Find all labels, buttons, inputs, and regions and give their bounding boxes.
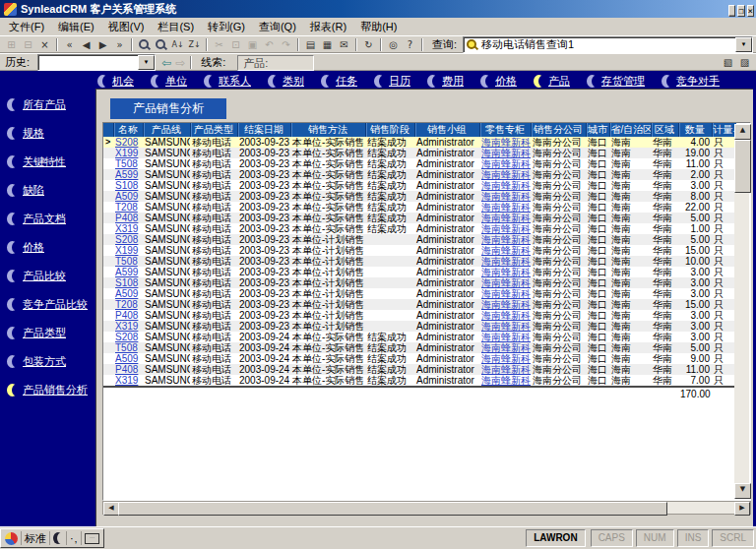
cell-link-retail-counter[interactable]: 海南蜂新科 (481, 288, 531, 299)
table-row[interactable]: T508SAMSUNG移动电话2003-09-24本单位-实际销售结案成功Adm… (103, 342, 736, 353)
sidebar-item-sales-analysis[interactable]: 产品销售分析 (7, 383, 95, 396)
menu-view[interactable]: 视图(V) (101, 18, 152, 36)
refresh-icon[interactable]: ↻ (360, 37, 377, 52)
undo-icon[interactable]: ↶ (261, 37, 278, 52)
sidebar-item-prices[interactable]: 价格 (7, 240, 95, 254)
tab-prices[interactable]: 价格 (480, 74, 517, 89)
scroll-down-icon[interactable]: ▼ (734, 483, 751, 499)
cell-link-name[interactable]: A509 (115, 353, 138, 364)
tab-organization[interactable]: 单位 (151, 74, 187, 89)
forward-icon[interactable]: ⇨ (175, 56, 185, 70)
table-row[interactable]: X199SAMSUNG移动电话2003-09-23本单位-实际销售结案成功Adm… (103, 148, 736, 158)
table-row[interactable]: P408SAMSUNG移动电话2003-09-24本单位-实际销售结案成功Adm… (103, 364, 736, 375)
column-header-sales-stage[interactable]: 销售阶段 (365, 123, 414, 137)
table-row[interactable]: X319SAMSUNG移动电话2003-09-23本单位-实际销售结案成功Adm… (103, 223, 736, 234)
menu-goto[interactable]: 转到(G) (201, 18, 252, 36)
table-row[interactable]: X319SAMSUNG移动电话2003-09-23本单位-计划销售Adminis… (103, 321, 736, 332)
table-row[interactable]: X199SAMSUNG移动电话2003-09-23本单位-计划销售Adminis… (103, 245, 736, 256)
copy-icon[interactable]: ⊡ (227, 37, 244, 52)
cell-link-name[interactable]: T208 (115, 299, 138, 310)
cell-link-name[interactable]: S108 (115, 277, 138, 288)
horizontal-scroll-thumb[interactable] (118, 502, 667, 516)
sidebar-item-product-types[interactable]: 产品类型 (7, 326, 95, 339)
query-combobox[interactable]: 移动电话销售查询1 ▼ (463, 36, 753, 53)
cell-link-retail-counter[interactable]: 海南蜂新科 (481, 321, 531, 332)
cell-link-name[interactable]: X199 (115, 148, 138, 158)
previous-record-icon[interactable]: ◀ (78, 37, 94, 52)
table-row[interactable]: A509SAMSUNG移动电话2003-09-24本单位-实际销售结案成功Adm… (103, 353, 736, 364)
cell-link-retail-counter[interactable]: 海南蜂新科 (481, 148, 531, 158)
help-pointer-icon[interactable]: ? (402, 37, 418, 52)
ime-punctuation-icon[interactable]: ·‚ (67, 531, 82, 545)
column-header-sales-team[interactable]: 销售小组 (414, 123, 479, 137)
cell-link-retail-counter[interactable]: 海南蜂新科 (481, 180, 531, 191)
sidebar-item-key-features[interactable]: 关键特性 (7, 154, 95, 168)
table-row[interactable]: >S208SAMSUNG移动电话2003-09-23本单位-实际销售结案成功Ad… (103, 137, 736, 148)
tab-products[interactable]: 产品 (534, 74, 570, 89)
column-header-name[interactable]: 名称 (113, 123, 143, 137)
filter-search-icon[interactable] (153, 37, 169, 52)
history-combobox[interactable]: ▼ (37, 54, 156, 71)
next-record-icon[interactable]: ▶ (94, 37, 111, 52)
sort-descending-icon[interactable]: Z↓ (186, 37, 203, 52)
print-icon[interactable]: ▤ (302, 37, 319, 52)
cell-link-retail-counter[interactable]: 海南蜂新科 (481, 277, 531, 288)
menu-file[interactable]: 文件(F) (2, 18, 51, 36)
cell-link-name[interactable]: P408 (115, 213, 138, 223)
cell-link-name[interactable]: T508 (115, 342, 138, 353)
cut-icon[interactable]: ✂ (211, 37, 227, 52)
tab-tasks[interactable]: 任务 (321, 74, 357, 89)
menu-sections[interactable]: 栏目(S) (151, 18, 201, 36)
tab-category[interactable]: 类别 (268, 74, 304, 89)
layout-icon[interactable]: ▦ (319, 37, 336, 52)
new-record-icon[interactable]: ⊞ (3, 37, 20, 52)
cell-link-name[interactable]: X319 (115, 321, 138, 332)
table-row[interactable]: A509SAMSUNG移动电话2003-09-23本单位-实际销售结案成功Adm… (103, 191, 736, 202)
menu-report[interactable]: 报表(R) (303, 18, 353, 36)
cell-link-retail-counter[interactable]: 海南蜂新科 (481, 137, 531, 148)
cell-link-name[interactable]: T508 (115, 158, 138, 169)
scroll-left-icon[interactable]: ◀ (103, 502, 119, 516)
cell-link-name[interactable]: P408 (115, 364, 138, 375)
table-row[interactable]: S108SAMSUNG移动电话2003-09-23本单位-实际销售结案成功Adm… (103, 180, 736, 191)
cell-link-retail-counter[interactable]: 海南蜂新科 (481, 213, 531, 223)
cell-link-name[interactable]: S208 (115, 234, 138, 245)
cell-link-retail-counter[interactable]: 海南蜂新科 (481, 299, 531, 310)
table-row[interactable]: T508SAMSUNG移动电话2003-09-23本单位-计划销售Adminis… (103, 256, 736, 267)
first-record-icon[interactable]: « (61, 37, 78, 52)
close-button[interactable]: × (747, 5, 754, 17)
ime-mode-button[interactable]: 标准 (22, 531, 50, 545)
cell-link-retail-counter[interactable]: 海南蜂新科 (481, 169, 531, 180)
open-record-icon[interactable]: ⊟ (20, 37, 36, 52)
column-header-sales-branch[interactable]: 销售分公司 (531, 123, 586, 137)
sidebar-item-defects[interactable]: 缺陷 (7, 183, 95, 197)
table-row[interactable]: T208SAMSUNG移动电话2003-09-23本单位-实际销售结案成功Adm… (103, 202, 736, 213)
delete-record-icon[interactable]: × (36, 37, 53, 52)
column-header-province[interactable]: 省/自治区 (609, 123, 651, 137)
restore-button[interactable]: ❐ (737, 5, 744, 17)
table-row[interactable]: S208SAMSUNG移动电话2003-09-23本单位-计划销售Adminis… (103, 234, 736, 245)
cell-link-retail-counter[interactable]: 海南蜂新科 (481, 234, 531, 245)
sidebar-item-specs[interactable]: 规格 (7, 126, 95, 140)
cell-link-name[interactable]: A509 (115, 288, 138, 299)
query-dropdown-arrow[interactable]: ▼ (735, 37, 752, 52)
tab-calendar[interactable]: 日历 (374, 74, 410, 89)
ime-halfwidth-icon[interactable] (50, 531, 67, 545)
cell-link-retail-counter[interactable]: 海南蜂新科 (481, 353, 531, 364)
table-row[interactable]: S108SAMSUNG移动电话2003-09-23本单位-计划销售Adminis… (103, 277, 736, 288)
column-header-sales-method[interactable]: 销售方法 (290, 123, 365, 137)
menu-query[interactable]: 查询(Q) (252, 18, 303, 36)
tab-expenses[interactable]: 费用 (427, 74, 464, 89)
table-row[interactable]: T508SAMSUNG移动电话2003-09-23本单位-实际销售结案成功Adm… (103, 158, 736, 169)
sidebar-item-competitor-compare[interactable]: 竞争产品比较 (7, 297, 95, 311)
column-header-retail-counter[interactable]: 零售专柜 (479, 123, 531, 137)
cell-link-name[interactable]: S208 (115, 332, 138, 342)
table-row[interactable]: A599SAMSUNG移动电话2003-09-23本单位-计划销售Adminis… (103, 267, 736, 277)
cell-link-name[interactable]: A599 (115, 169, 138, 180)
cell-link-retail-counter[interactable]: 海南蜂新科 (481, 364, 531, 375)
ime-softkeyboard-icon[interactable]: ··· (82, 531, 102, 545)
menu-help[interactable]: 帮助(H) (353, 18, 404, 36)
menu-edit[interactable]: 编辑(E) (51, 18, 101, 36)
column-header-quantity[interactable]: 数量 (678, 123, 712, 137)
cell-link-retail-counter[interactable]: 海南蜂新科 (481, 158, 531, 169)
